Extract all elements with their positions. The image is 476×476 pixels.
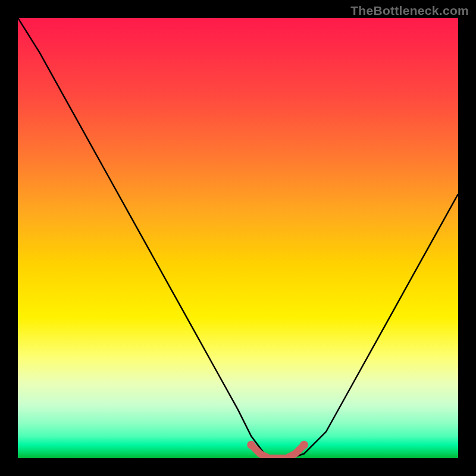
bottleneck-curve bbox=[18, 18, 458, 458]
highlight-dot-right bbox=[300, 441, 308, 449]
chart-frame: TheBottleneck.com bbox=[0, 0, 476, 476]
highlight-dot-left bbox=[247, 441, 255, 449]
plot-area bbox=[18, 18, 458, 458]
curve-layer bbox=[18, 18, 458, 458]
watermark-text: TheBottleneck.com bbox=[350, 4, 469, 18]
